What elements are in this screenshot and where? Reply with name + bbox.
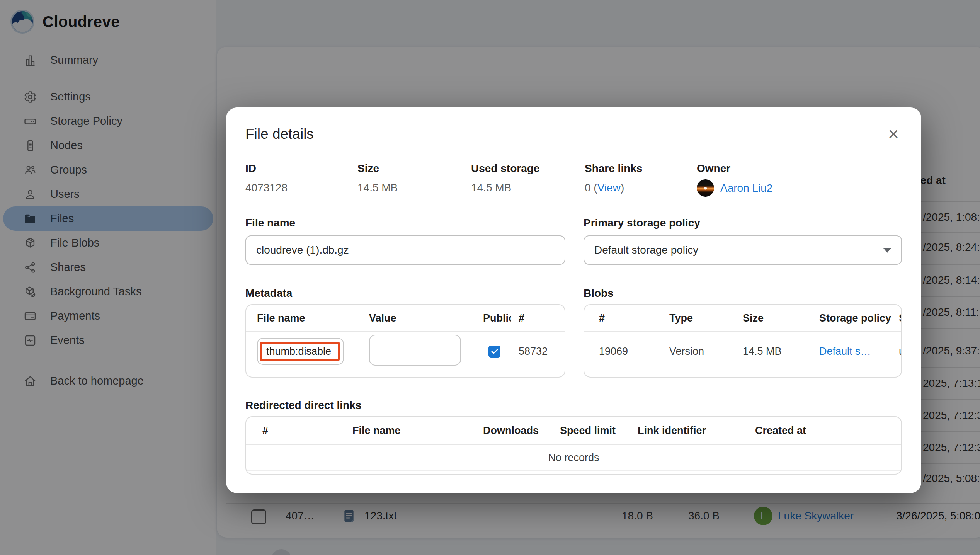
file-name-field: File name cloudreve (1).db.gz — [245, 217, 565, 265]
close-icon[interactable]: × — [885, 126, 902, 142]
blob-id-cell: 19069 — [599, 346, 669, 358]
file-info-row: ID 4073128 Size 14.5 MB Used storage 14.… — [245, 162, 902, 197]
view-share-links-link[interactable]: View — [597, 182, 621, 194]
direct-links-table: # File name Downloads Speed limit Link i… — [245, 416, 902, 475]
col-header: Created at — [755, 425, 901, 437]
info-share-links: Share links 0 (View) — [585, 162, 697, 197]
chevron-down-icon — [883, 248, 891, 253]
storage-policy-select[interactable]: Default storage policy — [584, 235, 902, 265]
blobs-section: Blobs # Type Size Storage policy S 19069… — [584, 287, 902, 378]
direct-links-section: Redirected direct links # File name Down… — [245, 399, 902, 475]
empty-state: No records — [246, 445, 901, 471]
metadata-row: thumb:disable 58732 — [246, 332, 565, 371]
blob-size-cell: 14.5 MB — [743, 346, 819, 358]
file-name-input[interactable]: cloudreve (1).db.gz — [245, 235, 565, 265]
info-id: ID 4073128 — [245, 162, 357, 197]
info-used-storage: Used storage 14.5 MB — [471, 162, 585, 197]
col-header: # — [262, 425, 352, 437]
col-header: Link identifier — [638, 425, 755, 437]
storage-policy-field: Primary storage policy Default storage p… — [584, 217, 902, 265]
col-header: File name — [257, 312, 369, 324]
col-header: Storage policy — [819, 312, 899, 324]
col-header: Downloads — [483, 425, 560, 437]
blob-row: 19069 Version 14.5 MB Default storage po… — [584, 332, 901, 371]
info-size: Size 14.5 MB — [357, 162, 471, 197]
col-header: Value — [369, 312, 483, 324]
metadata-name-input[interactable]: thumb:disable — [257, 338, 344, 365]
col-header: Size — [743, 312, 819, 324]
modal-title: File details — [245, 126, 314, 142]
col-header: S — [899, 312, 902, 324]
blob-type-cell: Version — [669, 346, 743, 358]
col-header: # — [519, 312, 554, 324]
owner-avatar — [697, 179, 714, 197]
info-owner: Owner Aaron Liu2 — [697, 162, 772, 197]
file-details-modal: File details × ID 4073128 Size 14.5 MB U… — [226, 107, 921, 493]
blob-extra-cell: u — [899, 346, 902, 358]
blob-storage-policy-link[interactable]: Default storage policy — [819, 346, 871, 358]
col-header: # — [599, 312, 669, 324]
blobs-table: # Type Size Storage policy S 19069 Versi… — [584, 304, 902, 378]
app-root: Cloudreve Summary Settings Storage P — [0, 0, 980, 555]
col-header: File name — [352, 425, 483, 437]
metadata-id-cell: 58732 — [519, 346, 554, 358]
col-header: Type — [669, 312, 743, 324]
metadata-value-input[interactable] — [369, 335, 461, 366]
col-header: Speed limit — [560, 425, 638, 437]
metadata-table: File name Value Public # thumb:disable — [245, 304, 565, 378]
col-header: Public — [483, 312, 511, 324]
owner-link[interactable]: Aaron Liu2 — [720, 182, 772, 194]
metadata-section: Metadata File name Value Public # thumb:… — [245, 287, 565, 378]
public-checkbox[interactable] — [488, 346, 500, 358]
